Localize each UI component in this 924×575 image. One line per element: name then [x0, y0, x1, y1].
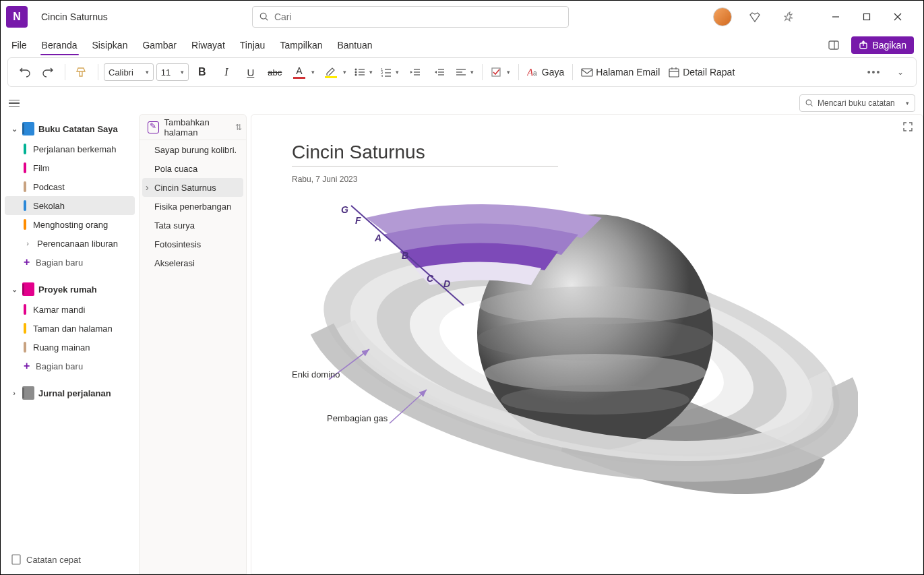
title-underline — [292, 166, 558, 167]
indent-button[interactable] — [429, 61, 450, 83]
ring-label-g: G — [341, 204, 348, 215]
document-title: Cincin Saturnus — [41, 11, 108, 22]
panel-toggle-icon[interactable] — [823, 34, 844, 56]
page-item[interactable]: Tata surya — [142, 216, 243, 235]
chevron-down-icon: ▾ — [146, 69, 149, 75]
add-page-button[interactable]: Tambahkan halaman ⇅ — [140, 115, 246, 140]
page-item[interactable]: Pola cuaca — [142, 159, 243, 178]
numbering-button[interactable]: 123▾ — [378, 61, 402, 83]
expand-button[interactable] — [902, 121, 913, 134]
ribbon-collapse-button[interactable]: ⌄ — [889, 61, 911, 83]
share-icon — [859, 40, 868, 50]
email-page-button[interactable]: Halaman Email — [578, 61, 663, 83]
page-item-title: Sayap burung kolibri. — [154, 145, 237, 155]
section-item[interactable]: Sekolah — [5, 196, 135, 215]
tab-history[interactable]: Riwayat — [190, 37, 226, 53]
section-item[interactable]: Film — [5, 158, 135, 177]
quick-notes-button[interactable]: Catatan cepat — [5, 549, 135, 570]
tab-view[interactable]: Tampilkan — [278, 37, 324, 53]
highlight-button[interactable]: ▾ — [320, 61, 349, 83]
nav-toggle-button[interactable] — [9, 95, 25, 111]
page-canvas[interactable]: Cincin Saturnus Rabu, 7 Juni 2023 — [251, 114, 923, 574]
search-box[interactable] — [252, 6, 569, 28]
section-group-item[interactable]: ›Perencanaan liburan — [5, 234, 135, 253]
section-name: Ruang mainan — [33, 342, 90, 353]
chevron-icon: › — [10, 389, 18, 397]
font-name-select[interactable]: Calibri▾ — [104, 63, 154, 81]
add-section-label: Bagian baru — [36, 361, 83, 371]
font-color-button[interactable]: A▾ — [288, 61, 317, 83]
svg-text:a: a — [533, 69, 537, 77]
section-name: Perjalanan berkemah — [33, 144, 117, 154]
meeting-details-button[interactable]: Detail Rapat — [665, 61, 737, 83]
bullets-button[interactable]: ▾ — [352, 61, 375, 83]
search-notebook-label: Mencari buku catatan — [818, 98, 895, 108]
tab-help[interactable]: Bantuan — [336, 37, 373, 53]
tab-file[interactable]: File — [10, 37, 28, 53]
section-item[interactable]: Taman dan halaman — [5, 319, 135, 338]
page-item-title: Akselerasi — [154, 258, 195, 268]
add-section-button[interactable]: +Bagian baru — [5, 253, 135, 272]
tab-insert[interactable]: Sisipkan — [91, 37, 129, 53]
todo-tag-button[interactable]: ▾ — [488, 61, 513, 83]
svg-point-9 — [355, 69, 357, 71]
tab-home[interactable]: Beranda — [40, 37, 79, 53]
search-input[interactable] — [274, 11, 561, 22]
annotation-gas[interactable]: Pembagian gas — [327, 413, 388, 423]
page-item[interactable]: Cincin Saturnus — [142, 178, 243, 197]
page-item[interactable]: Fotosintesis — [142, 235, 243, 253]
sparkle-icon[interactable] — [778, 5, 802, 29]
premium-icon[interactable] — [743, 5, 767, 29]
page-item-title: Tata surya — [154, 220, 195, 231]
page-item[interactable]: Sayap burung kolibri. — [142, 140, 243, 159]
section-item[interactable]: Podcast — [5, 177, 135, 196]
page-title[interactable]: Cincin Saturnus — [292, 142, 882, 163]
notebook-name: Jurnal perjalanan — [38, 388, 111, 398]
notebook-item[interactable]: ⌄Buku Catatan Saya — [5, 118, 135, 140]
notebook-item[interactable]: ⌄Proyek rumah — [5, 278, 135, 300]
tab-draw[interactable]: Gambar — [141, 37, 178, 53]
font-name-value: Calibri — [109, 67, 133, 78]
section-name: Taman dan halaman — [33, 324, 113, 334]
calendar-icon — [668, 67, 680, 78]
maximize-button[interactable] — [852, 6, 882, 28]
section-name: Kamar mandi — [33, 305, 85, 315]
sort-icon[interactable]: ⇅ — [235, 123, 242, 132]
svg-rect-34 — [669, 69, 679, 77]
notebook-name: Proyek rumah — [38, 284, 97, 295]
page-item[interactable]: Akselerasi — [142, 253, 243, 272]
more-commands-button[interactable]: ••• — [863, 61, 885, 83]
section-item[interactable]: Kamar mandi — [5, 300, 135, 319]
font-size-select[interactable]: 11▾ — [156, 63, 189, 81]
italic-button[interactable]: I — [216, 61, 237, 83]
annotation-enki[interactable]: Enki domino — [292, 369, 340, 380]
add-section-button[interactable]: +Bagian baru — [5, 357, 135, 375]
minimize-button[interactable] — [821, 6, 851, 28]
strikethrough-button[interactable]: abc — [264, 61, 286, 83]
format-painter-button[interactable] — [71, 61, 92, 83]
bold-button[interactable]: B — [191, 61, 213, 83]
outdent-button[interactable] — [404, 61, 426, 83]
section-item[interactable]: Ruang mainan — [5, 338, 135, 357]
page-item-title: Fotosintesis — [154, 239, 201, 249]
page-item[interactable]: Fisika penerbangan — [142, 197, 243, 216]
align-button[interactable]: ▾ — [453, 61, 476, 83]
section-item[interactable]: Perjalanan berkemah — [5, 140, 135, 158]
chevron-icon: ⌄ — [10, 285, 18, 294]
tab-review[interactable]: Tinjau — [239, 37, 267, 53]
section-color-tab — [24, 162, 26, 173]
notebook-icon — [22, 122, 34, 135]
notebook-item[interactable]: ›Jurnal perjalanan — [5, 382, 135, 404]
avatar[interactable] — [713, 7, 732, 26]
svg-rect-40 — [12, 555, 20, 564]
underline-button[interactable]: U — [240, 61, 261, 83]
styles-button[interactable]: AaGaya — [524, 61, 567, 83]
meeting-details-label: Detail Rapat — [683, 67, 735, 78]
close-button[interactable] — [883, 6, 913, 28]
section-item[interactable]: Menghosting orang — [5, 215, 135, 234]
search-notebook-button[interactable]: Mencari buku catatan ▾ — [799, 94, 915, 112]
share-button[interactable]: Bagikan — [851, 36, 914, 54]
undo-button[interactable] — [13, 61, 35, 83]
redo-button[interactable] — [38, 61, 59, 83]
section-name: Film — [33, 163, 50, 173]
